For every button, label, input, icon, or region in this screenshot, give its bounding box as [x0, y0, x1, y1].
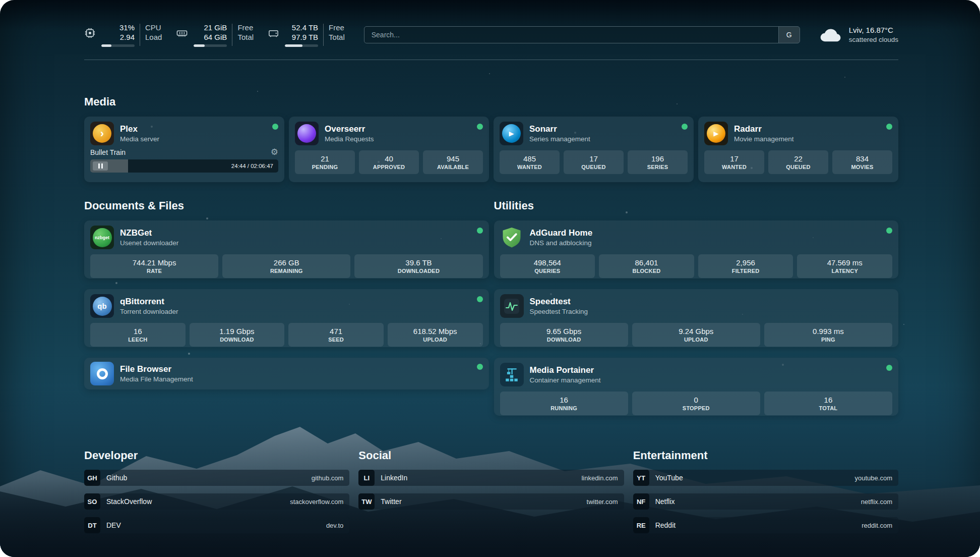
- app-title: File Browser: [120, 364, 193, 375]
- link-netflix[interactable]: NF Netflix netflix.com: [633, 493, 898, 510]
- search-engine-button[interactable]: G: [778, 27, 800, 43]
- app-card-qbittorrent[interactable]: qb qBittorrent Torrent downloader 16 LEE…: [84, 289, 489, 347]
- status-dot-online: [477, 296, 483, 302]
- plex-icon: ›: [90, 122, 114, 145]
- ram-progress-bar: [194, 44, 227, 47]
- stat-approved: 40 APPROVED: [359, 150, 419, 174]
- stat-queued: 22 QUEUED: [768, 150, 828, 174]
- sonarr-icon: ▶: [500, 122, 523, 145]
- pause-button[interactable]: [93, 161, 108, 171]
- stat-queued: 17 QUEUED: [564, 150, 624, 174]
- app-subtitle: Series management: [529, 135, 590, 143]
- link-stackoverflow[interactable]: SO StackOverflow stackoverflow.com: [84, 493, 349, 510]
- app-subtitle: Torrent downloader: [120, 307, 178, 316]
- stat-blocked: 86,401 BLOCKED: [599, 254, 694, 278]
- disk-free-label: Free: [329, 23, 345, 32]
- app-title: Radarr: [734, 124, 794, 135]
- link-dev[interactable]: DT DEV dev.to: [84, 517, 349, 533]
- search-input[interactable]: [364, 27, 778, 43]
- stat-filtered: 2,956 FILTERED: [698, 254, 793, 278]
- adguard-shield-icon: [500, 226, 524, 249]
- app-card-speedtest[interactable]: Speedtest Speedtest Tracking 9.65 Gbps D…: [494, 289, 899, 347]
- app-subtitle: Media server: [120, 135, 159, 143]
- weather-widget: Lviv, 16.87°C scattered clouds: [819, 25, 898, 44]
- stat-ping: 0.993 ms PING: [764, 323, 892, 347]
- link-linkedin[interactable]: LI LinkedIn linkedin.com: [358, 470, 624, 486]
- cpu-percent: 31%: [119, 23, 135, 32]
- weather-condition: scattered clouds: [849, 35, 898, 44]
- app-card-adguard[interactable]: AdGuard Home DNS and adblocking 498,564 …: [494, 220, 899, 278]
- app-title: Sonarr: [529, 124, 590, 135]
- app-card-plex[interactable]: › Plex Media server Bullet Train ⚙ 24:44…: [84, 117, 284, 182]
- stackoverflow-badge-icon: SO: [84, 493, 100, 510]
- status-dot-online: [477, 124, 483, 130]
- app-card-overseerr[interactable]: Overseerr Media Requests 21 PENDING 40 A…: [289, 117, 489, 182]
- app-card-sonarr[interactable]: ▶ Sonarr Series management 485 WANTED 17…: [494, 117, 694, 182]
- playback-progress-bar[interactable]: 24:44 / 02:06:47: [90, 159, 278, 173]
- ram-free-label: Free: [237, 23, 254, 32]
- app-title: AdGuard Home: [530, 228, 593, 239]
- cpu-label: CPU: [145, 23, 162, 32]
- stat-wanted: 17 WANTED: [704, 150, 764, 174]
- playback-time: 24:44 / 02:06:47: [231, 159, 273, 173]
- app-card-radarr[interactable]: ▶ Radarr Movie management 17 WANTED 22 Q…: [698, 117, 898, 182]
- status-dot-online: [886, 365, 892, 371]
- twitter-badge-icon: TW: [358, 493, 375, 510]
- status-dot-online: [477, 228, 483, 234]
- portainer-crane-icon: [500, 363, 524, 386]
- stat-seed: 471 SEED: [288, 323, 384, 347]
- stat-wanted: 485 WANTED: [500, 150, 560, 174]
- app-subtitle: Media File Management: [120, 375, 193, 383]
- netflix-badge-icon: NF: [633, 493, 649, 510]
- overseerr-icon: [295, 122, 319, 145]
- nzbget-icon: nzbget: [90, 226, 114, 249]
- stat-stopped: 0 STOPPED: [632, 392, 760, 415]
- cpu-chip-icon: [84, 27, 96, 39]
- ram-widget: 21 GiB 64 GiB Free Total: [176, 23, 254, 47]
- documents-column: Documents & Files nzbget NZBGet Usenet d…: [84, 199, 489, 416]
- qbittorrent-icon: qb: [90, 294, 114, 318]
- app-subtitle: Usenet downloader: [120, 239, 178, 247]
- app-subtitle: Movie management: [734, 135, 794, 143]
- disk-total-value: 97.9 TB: [292, 32, 318, 42]
- app-subtitle: Media Requests: [325, 135, 374, 143]
- app-card-filebrowser[interactable]: File Browser Media File Management: [84, 358, 489, 389]
- app-subtitle: Container management: [530, 376, 601, 384]
- cpu-progress-bar: [101, 44, 135, 47]
- app-title: Plex: [120, 124, 159, 135]
- stat-upload: 618.52 Mbps UPLOAD: [388, 323, 483, 347]
- youtube-badge-icon: YT: [633, 470, 649, 486]
- social-links-column: Social LI LinkedIn linkedin.com TW Twitt…: [358, 449, 624, 533]
- status-dot-online: [477, 364, 483, 370]
- link-reddit[interactable]: RE Reddit reddit.com: [633, 517, 898, 533]
- stat-upload: 9.24 Gbps UPLOAD: [632, 323, 760, 347]
- app-card-nzbget[interactable]: nzbget NZBGet Usenet downloader 744.21 M…: [84, 220, 489, 278]
- disk-widget: 52.4 TB 97.9 TB Free Total: [268, 23, 345, 47]
- link-twitter[interactable]: TW Twitter twitter.com: [358, 493, 624, 510]
- link-github[interactable]: GH Github github.com: [84, 470, 349, 486]
- stat-download: 9.65 Gbps DOWNLOAD: [500, 323, 628, 347]
- app-title: NZBGet: [120, 228, 178, 239]
- speedtest-icon: [500, 294, 524, 318]
- disk-drive-icon: [268, 27, 279, 39]
- stat-pending: 21 PENDING: [295, 150, 355, 174]
- dashboard-content: 31% 2.94 CPU Load: [0, 20, 980, 533]
- search-bar: G: [364, 26, 800, 43]
- section-title-entertainment: Entertainment: [633, 449, 898, 462]
- radarr-icon: ▶: [704, 122, 728, 145]
- ram-free-value: 21 GiB: [204, 23, 227, 32]
- stat-movies: 834 MOVIES: [832, 150, 892, 174]
- gear-icon[interactable]: ⚙: [271, 148, 278, 156]
- app-card-portainer[interactable]: Media Portainer Container management 16 …: [494, 358, 899, 416]
- app-subtitle: Speedtest Tracking: [530, 307, 588, 316]
- stat-series: 196 SERIES: [628, 150, 688, 174]
- disk-total-label: Total: [329, 32, 345, 42]
- entertainment-links-column: Entertainment YT YouTube youtube.com NF …: [633, 449, 898, 533]
- ram-total-label: Total: [237, 32, 254, 42]
- metric-separator: [323, 24, 324, 46]
- section-title-social: Social: [358, 449, 624, 462]
- section-title-developer: Developer: [84, 449, 349, 462]
- link-youtube[interactable]: YT YouTube youtube.com: [633, 470, 898, 486]
- stat-leech: 16 LEECH: [90, 323, 186, 347]
- stat-downloaded: 39.6 TB DOWNLOADED: [354, 254, 482, 278]
